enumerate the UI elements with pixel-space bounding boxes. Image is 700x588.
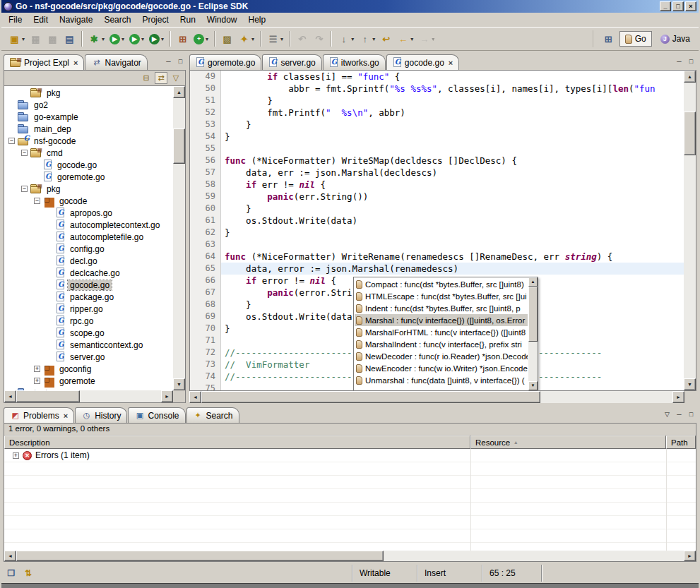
close-icon[interactable]: × bbox=[449, 59, 453, 67]
new-wizard-button[interactable]: ▣▾ bbox=[6, 30, 27, 47]
dropdown-arrow-icon[interactable]: ▾ bbox=[102, 36, 105, 42]
tab-problems[interactable]: ◩Problems× bbox=[4, 407, 74, 423]
close-button[interactable]: × bbox=[685, 1, 696, 11]
scrollbar-thumb[interactable] bbox=[201, 391, 540, 403]
tree-item-autocompletefile-go[interactable]: autocompletefile.go bbox=[4, 231, 173, 243]
code-text[interactable]: panic(err.String()) bbox=[221, 191, 684, 203]
code-text[interactable] bbox=[221, 143, 684, 155]
perspective-go-button[interactable]: Go bbox=[619, 31, 652, 47]
tab-project-expl[interactable]: Project Expl× bbox=[4, 54, 84, 70]
menu-search[interactable]: Search bbox=[98, 13, 136, 26]
tab-itworks-go[interactable]: itworks.go bbox=[323, 54, 386, 70]
scrollbar-thumb[interactable] bbox=[173, 128, 185, 164]
external-tools-button[interactable]: ▶▾ bbox=[147, 30, 166, 47]
dropdown-arrow-icon[interactable]: ▾ bbox=[121, 36, 124, 42]
open-perspective-button[interactable]: ⊞ bbox=[600, 30, 617, 47]
dropdown-arrow-icon[interactable]: ▾ bbox=[161, 36, 164, 42]
problems-horizontal-scrollbar[interactable]: ◄ ► bbox=[4, 551, 696, 561]
tab-gocode-go[interactable]: gocode.go× bbox=[386, 54, 460, 70]
tree-item-goconfig[interactable]: +goconfig bbox=[4, 363, 173, 375]
code-editor[interactable]: 49 if classes[i] == "func" {50 abbr = fm… bbox=[189, 70, 696, 391]
scrollbar-thumb[interactable] bbox=[684, 112, 696, 155]
tree-item-server-go[interactable]: server.go bbox=[4, 351, 173, 363]
tree-vertical-scrollbar[interactable]: ▲ ▼ bbox=[173, 86, 185, 390]
dropdown-arrow-icon[interactable]: ▾ bbox=[280, 36, 283, 42]
code-text[interactable]: } bbox=[221, 203, 684, 215]
new-go-element-button[interactable]: +▾ bbox=[191, 30, 210, 47]
debug-button[interactable]: ✱▾ bbox=[86, 30, 107, 47]
tab-search[interactable]: ✦Search bbox=[186, 407, 239, 423]
perspective-java-button[interactable]: JJava bbox=[655, 31, 696, 47]
close-icon[interactable]: × bbox=[64, 412, 68, 420]
code-text[interactable] bbox=[221, 239, 684, 251]
code-text[interactable]: os.Stdout.Write(data) bbox=[221, 215, 684, 227]
code-text[interactable]: if err != nil { bbox=[221, 179, 684, 191]
scroll-down-button[interactable]: ▼ bbox=[684, 378, 696, 390]
tab-history[interactable]: ◷History bbox=[75, 407, 127, 423]
view-menu-button[interactable]: ▽ bbox=[170, 72, 182, 84]
dropdown-arrow-icon[interactable]: ▾ bbox=[372, 36, 375, 42]
twisty-collapse-icon[interactable]: − bbox=[21, 186, 28, 192]
scroll-left-button[interactable]: ◄ bbox=[4, 551, 16, 561]
tab-goremote-go[interactable]: goremote.go bbox=[189, 54, 261, 70]
fast-view-icon[interactable]: ❒ bbox=[6, 568, 17, 579]
menu-navigate[interactable]: Navigate bbox=[54, 13, 98, 26]
twisty-collapse-icon[interactable]: − bbox=[8, 138, 15, 144]
tree-item-cmd[interactable]: −cmd bbox=[4, 147, 173, 159]
view-menu-button[interactable]: ▽ bbox=[662, 410, 672, 420]
title-bar[interactable]: Go - nsf-gocode/src/pkg/gocode/gocode.go… bbox=[1, 0, 699, 13]
tree-item-apropos-go[interactable]: apropos.go bbox=[4, 207, 173, 219]
autocomplete-item[interactable]: Compact : func(dst *bytes.Buffer, src []… bbox=[355, 278, 528, 290]
maximize-view-button[interactable]: □ bbox=[686, 410, 696, 420]
scroll-up-button[interactable]: ▲ bbox=[684, 71, 696, 83]
code-text[interactable]: } bbox=[221, 131, 684, 143]
code-text[interactable]: abbr = fmt.Sprintf("%s %s%s", classes[i]… bbox=[221, 83, 684, 95]
tree-item-pkg[interactable]: pkg bbox=[4, 87, 173, 99]
menu-edit[interactable]: Edit bbox=[28, 13, 54, 26]
problems-row-errors[interactable]: +✕Errors (1 item) bbox=[4, 449, 696, 462]
tree-item-main-dep[interactable]: main_dep bbox=[4, 123, 173, 135]
autocomplete-item[interactable]: HTMLEscape : func(dst *bytes.Buffer, src… bbox=[355, 290, 528, 302]
tree-item-pkg[interactable]: −pkg bbox=[4, 183, 173, 195]
tree-item-decl-go[interactable]: decl.go bbox=[4, 255, 173, 267]
tree-item-gocode-go[interactable]: gocode.go bbox=[4, 159, 173, 171]
twisty-collapse-icon[interactable]: − bbox=[34, 198, 40, 204]
code-text[interactable]: func (*NiceFormatter) WriteSMap(decldesc… bbox=[221, 155, 684, 167]
print-button[interactable]: ▤ bbox=[61, 30, 78, 47]
minimize-view-button[interactable]: ─ bbox=[674, 410, 684, 420]
menu-run[interactable]: Run bbox=[174, 13, 201, 26]
tree-item-ripper-go[interactable]: ripper.go bbox=[4, 303, 173, 315]
tree-item-config-go[interactable]: config.go bbox=[4, 243, 173, 255]
scrollbar-thumb[interactable] bbox=[16, 551, 384, 561]
run-button[interactable]: ▶▾ bbox=[107, 30, 126, 47]
dropdown-arrow-icon[interactable]: ▾ bbox=[141, 36, 144, 42]
dropdown-arrow-icon[interactable]: ▾ bbox=[432, 36, 434, 42]
scroll-right-button[interactable]: ► bbox=[672, 391, 684, 403]
tab-server-go[interactable]: server.go bbox=[262, 54, 321, 70]
column-header-description[interactable]: Description bbox=[4, 436, 470, 449]
scrollbar-thumb[interactable] bbox=[16, 390, 80, 402]
code-text[interactable]: } bbox=[221, 95, 684, 107]
previous-annotation-button[interactable]: ↑▾ bbox=[357, 30, 377, 47]
annotations-button[interactable]: ☰▾ bbox=[265, 30, 285, 47]
tree-item-go2[interactable]: go2 bbox=[4, 99, 173, 111]
code-text[interactable]: fmt.Printf(" %s\n", abbr) bbox=[221, 107, 684, 119]
autocomplete-item[interactable]: Marshal : func(v interface{}) ([]uint8, … bbox=[355, 314, 528, 326]
minimize-button[interactable]: _ bbox=[660, 1, 671, 11]
next-annotation-button[interactable]: ↓▾ bbox=[336, 30, 356, 47]
minimize-view-button[interactable]: ─ bbox=[163, 57, 174, 67]
scroll-right-button[interactable]: ► bbox=[161, 390, 173, 402]
last-edit-location-button[interactable]: ↩ bbox=[378, 30, 394, 47]
tree-item-gocode-go[interactable]: gocode.go bbox=[4, 279, 173, 291]
scroll-left-button[interactable]: ◄ bbox=[4, 390, 16, 402]
column-header-resource[interactable]: Resource▴ bbox=[470, 436, 666, 449]
new-go-project-button[interactable]: ⊞ bbox=[174, 30, 191, 47]
code-text[interactable]: data, err := json.Marshal(decldescs) bbox=[221, 167, 684, 179]
collapse-all-button[interactable]: ⊟ bbox=[140, 72, 153, 84]
scrollbar-thumb[interactable] bbox=[528, 287, 538, 342]
editor-horizontal-scrollbar[interactable]: ◄ ► bbox=[189, 391, 696, 403]
twisty-expand-icon[interactable]: + bbox=[34, 378, 40, 384]
scroll-up-button[interactable]: ▲ bbox=[528, 277, 538, 287]
tree-item-scope-go[interactable]: scope.go bbox=[4, 327, 173, 339]
tree-horizontal-scrollbar[interactable]: ◄ ► bbox=[4, 390, 173, 402]
